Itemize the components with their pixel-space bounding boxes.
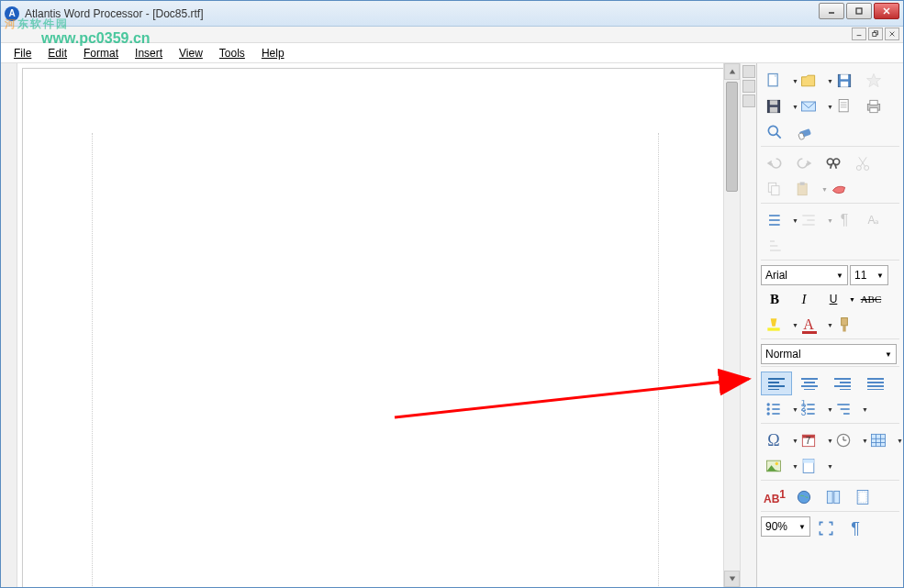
mdi-restore-button[interactable]: [868, 28, 883, 40]
svg-rect-56: [767, 327, 779, 330]
svg-point-75: [767, 403, 770, 405]
font-row: Arial▼ 11▼ B I U ▼ ABC ▼ A▼: [761, 263, 899, 339]
eraser-button[interactable]: [790, 120, 818, 144]
numbered-list-button[interactable]: 123▼: [796, 397, 829, 421]
scroll-track[interactable]: [724, 80, 740, 571]
redo-button[interactable]: [790, 151, 818, 175]
line-spacing-button[interactable]: ▼: [761, 208, 794, 232]
underline-dropdown[interactable]: ▼: [849, 296, 855, 303]
menu-edit[interactable]: Edit: [40, 45, 74, 61]
show-paragraph-button[interactable]: ¶: [842, 516, 869, 540]
menu-tools[interactable]: Tools: [212, 45, 252, 61]
globe-button[interactable]: [790, 485, 818, 509]
minimize-button[interactable]: [819, 3, 844, 19]
superscript-button[interactable]: AB1: [761, 485, 788, 509]
misc-row: AB1: [761, 483, 899, 512]
columns-button[interactable]: [820, 485, 847, 509]
align-left-button[interactable]: [761, 372, 792, 395]
menu-help[interactable]: Help: [254, 45, 292, 61]
menu-bar: File Edit Format Insert View Tools Help: [1, 43, 903, 63]
paste-button[interactable]: ▼: [790, 177, 823, 201]
save-button[interactable]: [831, 69, 858, 93]
scroll-thumb[interactable]: [726, 82, 738, 192]
copy-button[interactable]: [761, 177, 788, 201]
svg-point-34: [827, 159, 833, 165]
svg-point-77: [767, 407, 770, 410]
save-as-button[interactable]: ▼: [761, 94, 794, 118]
tool-panel: ▼ ▼ ▼ ▼ ▼ ▼ ▼: [756, 63, 903, 587]
svg-rect-21: [839, 100, 848, 112]
document-page[interactable]: [22, 68, 723, 587]
zoom-tool-button[interactable]: [761, 120, 788, 144]
title-bar[interactable]: A Atlantis Word Processor - [Doc85.rtf]: [1, 1, 903, 27]
menu-insert[interactable]: Insert: [128, 45, 170, 61]
app-icon: A: [5, 6, 19, 21]
highlight-color-button[interactable]: ▼: [761, 313, 794, 337]
close-button[interactable]: [874, 3, 899, 19]
insert-header-button[interactable]: ▼: [796, 454, 829, 478]
undo-button[interactable]: [761, 151, 788, 175]
insert-picture-button[interactable]: ▼: [761, 454, 794, 478]
view-mode-3-icon[interactable]: [742, 94, 755, 107]
format-painter-button[interactable]: [831, 313, 858, 337]
window-title: Atlantis Word Processor - [Doc85.rtf]: [25, 7, 204, 20]
insert-time-button[interactable]: ▼: [831, 428, 864, 452]
insert-table-button[interactable]: ▼: [865, 428, 898, 452]
bold-button[interactable]: B: [761, 287, 788, 311]
favorite-button[interactable]: [860, 69, 887, 93]
strikethrough-button[interactable]: ABC: [857, 287, 885, 311]
content-area: ▼ ▼ ▼ ▼ ▼ ▼ ▼: [1, 63, 903, 587]
email-button[interactable]: ▼: [796, 94, 829, 118]
font-name-combo[interactable]: Arial▼: [761, 265, 848, 285]
align-justify-button[interactable]: [860, 372, 891, 395]
window-controls: [819, 3, 899, 19]
align-center-button[interactable]: [794, 372, 825, 395]
zoom-combo[interactable]: 90%▼: [761, 516, 810, 537]
align-right-button[interactable]: [827, 372, 858, 395]
svg-rect-96: [872, 434, 886, 446]
scroll-up-button[interactable]: [724, 63, 740, 80]
scroll-down-button[interactable]: [724, 571, 740, 587]
print-button[interactable]: [860, 94, 887, 118]
new-document-button[interactable]: ▼: [761, 69, 794, 93]
left-gutter: [1, 63, 17, 587]
svg-point-35: [833, 159, 840, 165]
svg-rect-27: [870, 108, 877, 113]
indent-button[interactable]: ▼: [796, 208, 829, 232]
page-layout-button[interactable]: [849, 485, 876, 509]
svg-rect-6: [873, 32, 876, 36]
svg-marker-33: [807, 161, 811, 167]
menu-file[interactable]: File: [6, 45, 39, 61]
svg-point-79: [767, 412, 770, 415]
menu-format[interactable]: Format: [76, 45, 126, 61]
underline-button[interactable]: U: [820, 287, 847, 311]
print-preview-button[interactable]: [831, 94, 858, 118]
insert-symbol-button[interactable]: Ω▼: [761, 428, 794, 452]
bullet-list-button[interactable]: ▼: [761, 397, 794, 421]
menu-view[interactable]: View: [172, 45, 210, 61]
fullscreen-button[interactable]: [812, 516, 840, 540]
page-view[interactable]: [17, 63, 723, 587]
italic-button[interactable]: I: [790, 287, 818, 311]
find-button[interactable]: [820, 151, 847, 175]
open-document-button[interactable]: ▼: [796, 69, 829, 93]
change-case-button[interactable]: Aₐ: [860, 208, 887, 232]
svg-rect-15: [841, 82, 848, 87]
cut-button[interactable]: [849, 151, 876, 175]
maximize-button[interactable]: [846, 3, 872, 19]
font-size-combo[interactable]: 11▼: [850, 265, 888, 285]
mdi-minimize-button[interactable]: [852, 28, 866, 40]
style-combo[interactable]: Normal▼: [761, 344, 897, 364]
sort-button[interactable]: [761, 234, 788, 258]
multilevel-list-button[interactable]: ▼: [831, 397, 864, 421]
svg-rect-105: [803, 460, 814, 463]
view-mode-2-icon[interactable]: [742, 80, 755, 93]
vertical-scrollbar[interactable]: [723, 63, 740, 587]
insert-row: Ω▼ 7▼ ▼ ▼ ▼ ▼: [761, 427, 899, 481]
view-mode-1-icon[interactable]: [742, 65, 755, 78]
show-marks-button[interactable]: ¶: [831, 208, 858, 232]
font-color-button[interactable]: A▼: [796, 313, 829, 337]
mdi-close-button[interactable]: [885, 28, 899, 40]
delete-button[interactable]: [825, 177, 853, 201]
insert-date-button[interactable]: 7▼: [796, 428, 829, 452]
